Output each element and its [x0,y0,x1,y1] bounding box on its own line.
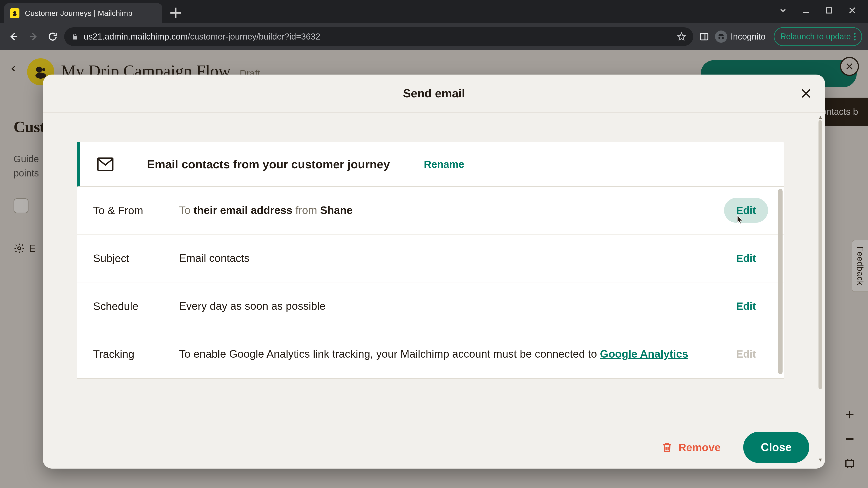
row-tracking: Tracking To enable Google Analytics link… [77,330,784,378]
to-value: their email address [193,204,292,216]
row-subject: Subject Email contacts Edit [77,234,784,283]
remove-label: Remove [678,441,721,454]
svg-rect-3 [700,33,708,40]
incognito-label: Incognito [731,32,766,41]
url-text: us21.admin.mailchimp.com/customer-journe… [84,32,672,41]
remove-button[interactable]: Remove [654,437,727,458]
sidepanel-icon[interactable] [697,29,711,44]
row-value-subject: Email contacts [179,250,710,266]
google-analytics-link[interactable]: Google Analytics [600,348,688,360]
window-close-icon[interactable] [848,6,857,15]
scroll-down-icon[interactable]: ▾ [818,456,823,463]
row-to-from: To & From To their email address from Sh… [77,187,784,234]
browser-toolbar: us21.admin.mailchimp.com/customer-journe… [0,23,868,50]
address-bar[interactable]: us21.admin.mailchimp.com/customer-journe… [64,27,693,46]
rename-link[interactable]: Rename [424,158,464,170]
browser-tab-active[interactable]: Customer Journeys | Mailchimp [4,3,162,23]
nav-back-button[interactable] [6,29,22,44]
modal-title: Send email [403,87,465,100]
row-label-tracking: Tracking [93,348,165,360]
window-controls [778,0,868,15]
page-content: My Drip Campaign Flow Draft Cust Guide p… [0,50,868,488]
kebab-icon [854,33,856,40]
svg-rect-2 [827,8,832,13]
email-card-title: Email contacts from your customer journe… [147,158,390,171]
incognito-icon [715,31,727,43]
from-word: from [296,204,317,216]
row-schedule: Schedule Every day as soon as possible E… [77,283,784,330]
from-value: Shane [320,204,352,216]
tracking-text: To enable Google Analytics link tracking… [179,348,600,360]
svg-point-1 [13,14,17,16]
bookmark-star-icon[interactable] [677,32,686,41]
row-label-schedule: Schedule [93,300,165,313]
modal-overlay: Send email Email contacts from your cust… [0,50,868,488]
incognito-indicator[interactable]: Incognito [715,31,766,43]
tabsearch-icon[interactable] [778,6,787,15]
modal-body: Email contacts from your customer journe… [43,112,825,426]
to-word: To [179,204,191,216]
row-value-schedule: Every day as soon as possible [179,298,710,314]
edit-to-from-button[interactable]: Edit [724,198,768,223]
row-value-to-from: To their email address from Shane [179,202,710,218]
window-minimize-icon[interactable] [802,6,811,15]
edit-subject-button[interactable]: Edit [724,246,768,271]
row-label-subject: Subject [93,252,165,265]
send-email-modal: Send email Email contacts from your cust… [43,74,825,468]
mailchimp-favicon [10,8,20,18]
lock-icon [71,33,79,40]
card-divider [131,154,131,174]
svg-point-0 [13,11,16,14]
email-summary-card: Email contacts from your customer journe… [77,142,784,187]
row-label-to-from: To & From [93,204,165,217]
edit-tracking-button[interactable]: Edit [724,341,768,366]
browser-tabstrip: Customer Journeys | Mailchimp [0,0,868,23]
modal-header: Send email [43,74,825,112]
modal-scrollbar[interactable]: ▴ ▾ [818,113,823,463]
url-domain: us21.admin.mailchimp.com [84,32,188,41]
modal-close-button[interactable] [798,85,814,101]
modal-footer: Remove Close [43,426,825,468]
relaunch-label: Relaunch to update [780,32,851,41]
window-maximize-icon[interactable] [825,6,834,15]
relaunch-button[interactable]: Relaunch to update [774,27,862,46]
row-value-tracking: To enable Google Analytics link tracking… [179,346,710,362]
close-button[interactable]: Close [743,432,809,463]
trash-icon [661,442,673,453]
url-path: /customer-journey/builder?id=3632 [188,32,320,41]
nav-forward-button[interactable] [25,29,41,44]
envelope-icon [96,155,115,174]
new-tab-button[interactable] [168,5,184,21]
tab-title: Customer Journeys | Mailchimp [25,9,132,18]
edit-schedule-button[interactable]: Edit [724,294,768,319]
email-settings-list: To & From To their email address from Sh… [77,187,784,379]
scroll-thumb[interactable] [818,120,822,389]
settings-scrollbar[interactable] [778,189,782,374]
scroll-up-icon[interactable]: ▴ [818,113,823,121]
nav-reload-button[interactable] [45,29,61,44]
